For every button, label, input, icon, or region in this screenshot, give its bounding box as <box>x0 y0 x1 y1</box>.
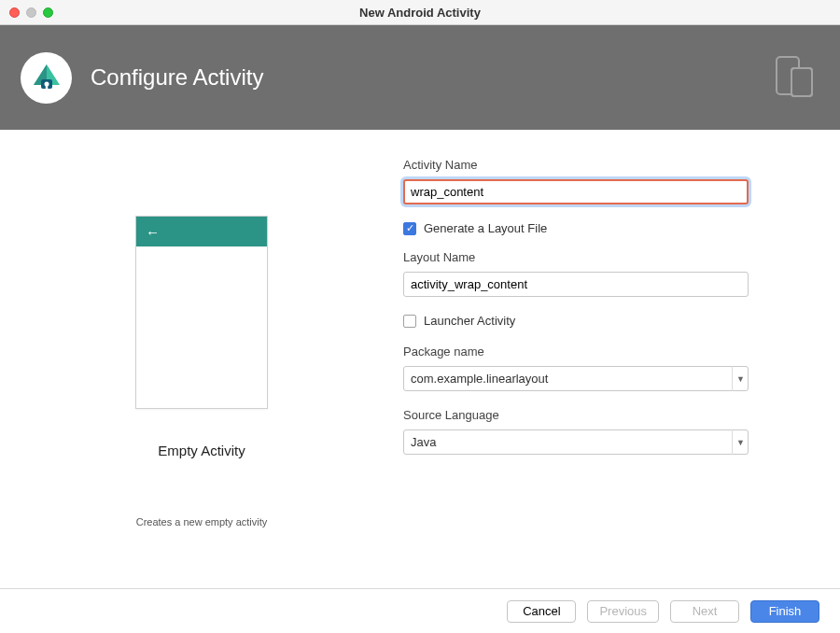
next-button[interactable]: Next <box>670 600 739 623</box>
wizard-title: Configure Activity <box>91 64 263 91</box>
svg-rect-2 <box>45 84 47 91</box>
wizard-footer: Cancel Previous Next Finish <box>0 588 840 633</box>
source-language-select[interactable]: Java <box>403 429 749 455</box>
package-name-select[interactable]: com.example.linearlayout <box>403 366 749 391</box>
activity-name-input[interactable] <box>403 179 749 204</box>
activity-preview: ← <box>135 216 268 409</box>
preview-appbar: ← <box>136 217 267 246</box>
preview-title: Empty Activity <box>158 443 245 458</box>
zoom-window-button[interactable] <box>43 7 53 18</box>
titlebar: New Android Activity <box>0 0 840 25</box>
activity-name-label: Activity Name <box>403 158 749 172</box>
launcher-activity-label: Launcher Activity <box>424 314 515 328</box>
preview-description: Creates a new empty activity <box>136 516 268 528</box>
window-controls <box>0 7 53 18</box>
cancel-button[interactable]: Cancel <box>507 600 576 623</box>
layout-name-input[interactable] <box>403 272 749 297</box>
minimize-window-button[interactable] <box>26 7 36 18</box>
generate-layout-label: Generate a Layout File <box>424 221 547 235</box>
source-language-label: Source Language <box>403 408 749 422</box>
android-studio-icon <box>21 52 72 104</box>
back-arrow-icon: ← <box>146 225 160 239</box>
wizard-header: Configure Activity <box>0 25 840 130</box>
preview-pane: ← Empty Activity Creates a new empty act… <box>0 130 403 588</box>
launcher-activity-checkbox[interactable] <box>403 315 416 328</box>
package-name-label: Package name <box>403 345 749 359</box>
close-window-button[interactable] <box>9 7 20 18</box>
layout-name-label: Layout Name <box>403 250 749 264</box>
form-pane: Activity Name ✓ Generate a Layout File L… <box>403 130 840 588</box>
package-name-value: com.example.linearlayout <box>411 372 548 386</box>
window-title: New Android Activity <box>0 6 840 20</box>
devices-icon <box>769 51 819 105</box>
finish-button[interactable]: Finish <box>750 600 819 623</box>
source-language-value: Java <box>411 435 436 449</box>
generate-layout-checkbox[interactable]: ✓ <box>403 222 416 235</box>
previous-button[interactable]: Previous <box>587 600 659 623</box>
svg-rect-4 <box>791 68 812 96</box>
